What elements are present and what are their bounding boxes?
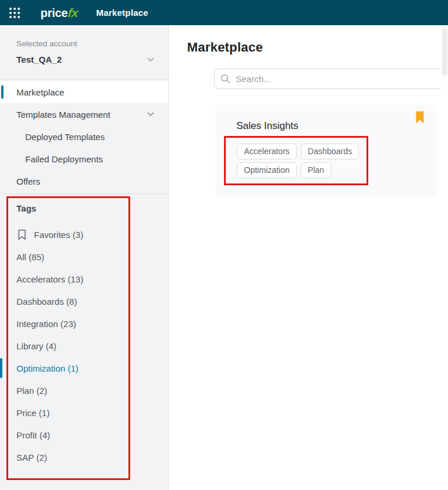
top-bar: price fx Marketplace (0, 0, 448, 25)
account-selector[interactable]: Test_QA_2 (16, 55, 154, 64)
tags-heading: Tags (0, 203, 168, 213)
active-indicator (0, 358, 2, 378)
tag-label: SAP (2) (16, 452, 47, 462)
main-content: Marketplace Sales Insights Accelerators … (169, 25, 448, 490)
chevron-down-icon (147, 57, 154, 62)
tag-label: Favorites (3) (34, 230, 83, 240)
card-title: Sales Insights (236, 120, 298, 132)
tag-label: Profit (4) (16, 430, 50, 440)
pricefx-logo[interactable]: price fx (40, 6, 78, 20)
chevron-down-icon (147, 112, 154, 117)
app-switcher-icon[interactable] (9, 8, 20, 18)
card-tag-chip[interactable]: Accelerators (237, 144, 297, 159)
tag-label: Library (4) (16, 341, 56, 351)
tag-label: Integration (23) (16, 319, 76, 329)
marketplace-card-sales-insights[interactable]: Sales Insights Accelerators Dashboards O… (215, 104, 437, 197)
nav-label: Deployed Templates (25, 132, 105, 142)
account-section: Selected account Test_QA_2 (0, 25, 168, 80)
tag-label: Plan (2) (16, 386, 47, 396)
tag-label: Price (1) (16, 408, 50, 418)
tags-section: Tags Favorites (3) All (85) Accelerators… (0, 194, 168, 468)
sidebar-item-templates-management[interactable]: Templates Management (0, 103, 168, 125)
sidebar: Selected account Test_QA_2 Marketplace T… (0, 25, 169, 490)
tag-filter-integration[interactable]: Integration (23) (0, 312, 168, 335)
tag-filter-sap[interactable]: SAP (2) (0, 446, 168, 468)
search-icon (220, 74, 230, 84)
logo-text-price: price (40, 6, 67, 20)
search-input[interactable] (236, 74, 437, 84)
nav-label: Marketplace (16, 87, 65, 97)
tag-filter-favorites[interactable]: Favorites (3) (0, 223, 168, 246)
tag-filter-all[interactable]: All (85) (0, 246, 168, 268)
sidebar-item-deployed-templates[interactable]: Deployed Templates (0, 125, 168, 148)
account-name: Test_QA_2 (16, 55, 62, 64)
bookmark-filled-icon[interactable] (416, 111, 424, 124)
bookmark-icon (18, 229, 26, 240)
tag-filter-library[interactable]: Library (4) (0, 335, 168, 357)
logo-text-fx: fx (67, 6, 79, 20)
tag-label: Accelerators (13) (16, 274, 83, 284)
tag-label: Optimization (1) (16, 363, 79, 373)
tag-label: Dashboards (8) (16, 297, 77, 307)
vertical-scrollbar[interactable] (442, 25, 448, 490)
page-title: Marketplace (187, 40, 448, 55)
nav-label: Templates Management (16, 110, 110, 120)
nav-label: Offers (16, 176, 40, 186)
tag-filter-price[interactable]: Price (1) (0, 401, 168, 424)
tag-filter-dashboards[interactable]: Dashboards (8) (0, 290, 168, 312)
search-box (214, 69, 443, 89)
sidebar-nav: Marketplace Templates Management Deploye… (0, 80, 168, 194)
scrollbar-thumb[interactable] (442, 28, 447, 76)
active-indicator (1, 86, 4, 99)
tags-list: Favorites (3) All (85) Accelerators (13)… (0, 223, 168, 468)
sidebar-item-marketplace[interactable]: Marketplace (0, 81, 168, 103)
card-tag-list: Accelerators Dashboards Optimization Pla… (237, 144, 372, 178)
sidebar-item-failed-deployments[interactable]: Failed Deployments (0, 148, 168, 170)
sidebar-item-offers[interactable]: Offers (0, 170, 168, 192)
card-tag-chip[interactable]: Plan (301, 162, 331, 178)
nav-label: Failed Deployments (25, 154, 103, 164)
topbar-app-title: Marketplace (96, 8, 148, 18)
tag-filter-profit[interactable]: Profit (4) (0, 424, 168, 446)
card-tag-chip[interactable]: Optimization (237, 162, 297, 178)
tag-label: All (85) (16, 252, 45, 262)
tag-filter-plan[interactable]: Plan (2) (0, 379, 168, 401)
tag-filter-optimization[interactable]: Optimization (1) (0, 357, 168, 379)
card-tag-chip[interactable]: Dashboards (301, 144, 359, 159)
selected-account-label: Selected account (16, 39, 154, 48)
tag-filter-accelerators[interactable]: Accelerators (13) (0, 268, 168, 290)
